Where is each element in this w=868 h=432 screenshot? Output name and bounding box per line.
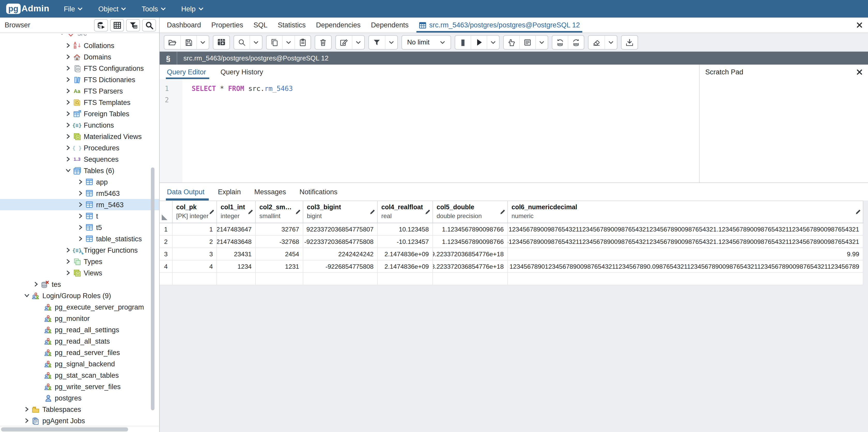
scratch-pad-close-icon[interactable] (857, 69, 862, 75)
tree-item-fts-dictionaries[interactable]: FTS Dictionaries (0, 74, 159, 85)
tree-item-fts-parsers[interactable]: AaFTS Parsers (0, 85, 159, 97)
column-header-col_pk[interactable]: col_pk[PK] integer (173, 201, 217, 223)
clear-dropdown[interactable] (605, 35, 617, 49)
tree-item-pg-write-server-files[interactable]: pg_write_server_files (0, 381, 159, 392)
tree-item-procedures[interactable]: { }Procedures (0, 142, 159, 153)
tree-item-app[interactable]: app (0, 176, 159, 188)
chevron-right-icon[interactable] (23, 418, 31, 423)
tree-item-pg-read-all-stats[interactable]: pg_read_all_stats (0, 335, 159, 347)
tree-item-tes[interactable]: tes (0, 279, 159, 290)
menu-help[interactable]: Help (181, 5, 204, 13)
row-number[interactable]: 4 (160, 260, 173, 272)
edit-pencil-icon[interactable] (369, 209, 376, 215)
cell-col4_realfloat[interactable]: 10.123458 (378, 223, 433, 235)
edit-pencil-icon[interactable] (425, 209, 431, 215)
output-tab-messages[interactable]: Messages (254, 183, 286, 200)
tab-close-icon[interactable] (857, 22, 862, 28)
edit-pencil-icon[interactable] (295, 209, 301, 215)
cell-col_pk[interactable]: 1 (173, 223, 217, 235)
tree-item-fts-configurations[interactable]: FTS Configurations (0, 63, 159, 74)
clear-button[interactable] (589, 35, 605, 49)
cell-col3_bigint[interactable]: 2242424242 (303, 248, 378, 260)
tree-item-materialized-views[interactable]: Materialized Views (0, 131, 159, 142)
tree-item-pg-monitor[interactable]: pg_monitor (0, 313, 159, 324)
output-tab-explain[interactable]: Explain (218, 183, 241, 200)
cell-col5_double[interactable] (433, 273, 508, 285)
row-number[interactable] (160, 273, 173, 285)
chevron-right-icon[interactable] (76, 236, 85, 241)
tab-properties[interactable]: Properties (206, 18, 248, 33)
column-header-col5_double[interactable]: col5_doubledouble precision (433, 201, 508, 223)
tree-item-pg-signal-backend[interactable]: pg_signal_backend (0, 358, 159, 369)
save-data-changes-button[interactable] (213, 35, 229, 49)
edit-pencil-icon[interactable] (247, 209, 254, 215)
copy-button[interactable] (267, 35, 282, 49)
paste-button[interactable] (294, 35, 311, 49)
cell-col2_smallint[interactable]: 1231 (256, 260, 303, 272)
tab-statistics[interactable]: Statistics (273, 18, 311, 33)
chevron-right-icon[interactable] (64, 145, 72, 150)
cell-col1_int[interactable]: 2147483647 (217, 223, 256, 235)
save-dropdown[interactable] (196, 35, 209, 49)
sql-code[interactable]: SELECT * FROM src.rm_5463 (182, 79, 293, 182)
tree-item-pg-execute-server-program[interactable]: pg_execute_server_program (0, 301, 159, 313)
chevron-right-icon[interactable] (76, 213, 85, 219)
row-number[interactable]: 2 (160, 236, 173, 248)
cell-col3_bigint[interactable]: -9226854775808 (303, 260, 378, 272)
copy-dropdown[interactable] (282, 35, 294, 49)
find-button[interactable] (234, 35, 250, 49)
tree-item-t5[interactable]: t5 (0, 222, 159, 233)
row-number[interactable]: 1 (160, 223, 173, 235)
tree-item-pg-read-server-files[interactable]: pg_read_server_files (0, 347, 159, 358)
chevron-right-icon[interactable] (64, 54, 72, 59)
explain-button[interactable] (504, 35, 520, 49)
column-header-col3_bigint[interactable]: col3_bigintbigint (303, 201, 378, 223)
sql-editor[interactable]: 12 SELECT * FROM src.rm_5463 (160, 79, 699, 182)
tree-item-pgagent-jobs[interactable]: pgAgent Jobs (0, 415, 159, 426)
tree-item-pg-read-all-settings[interactable]: pg_read_all_settings (0, 324, 159, 335)
chevron-right-icon[interactable] (64, 157, 72, 162)
save-file-button[interactable] (180, 35, 196, 49)
edit-pencil-icon[interactable] (855, 209, 861, 215)
output-tab-notifications[interactable]: Notifications (300, 183, 337, 200)
chevron-right-icon[interactable] (64, 122, 72, 128)
explain-dropdown[interactable] (535, 35, 548, 49)
cell-col_pk[interactable]: 2 (173, 236, 217, 248)
column-header-col2_smallint[interactable]: col2_smallintsmallint (256, 201, 303, 223)
chevron-right-icon[interactable] (64, 88, 72, 94)
tree-item-table-statistics[interactable]: table_statistics (0, 233, 159, 244)
chevron-right-icon[interactable] (76, 225, 85, 230)
select-all-corner[interactable] (160, 201, 173, 223)
cell-col_pk[interactable] (173, 273, 217, 285)
tree-item-pg-stat-scan-tables[interactable]: pg_stat_scan_tables (0, 369, 159, 381)
tree-horizontal-scrollbar[interactable] (0, 426, 159, 432)
tree-item-domains[interactable]: Domains (0, 51, 159, 63)
tree-item-views[interactable]: Views (0, 267, 159, 279)
cell-col4_realfloat[interactable]: -10.123457 (378, 236, 433, 248)
search-objects-button[interactable] (142, 19, 156, 31)
cell-col6_numericdecimal[interactable]: 1234567890098765432112345678900987654321… (508, 223, 863, 235)
cell-col5_double[interactable]: 8.223372036854776e+18 (433, 260, 508, 272)
cell-col6_numericdecimal[interactable]: 1234567890123456789009876543211234567890… (508, 260, 863, 272)
tab-dependencies[interactable]: Dependencies (311, 18, 366, 33)
filter-dropdown[interactable] (385, 35, 397, 49)
editor-tab-query-history[interactable]: Query History (221, 65, 263, 79)
chevron-right-icon[interactable] (64, 77, 72, 82)
edit-pencil-icon[interactable] (209, 209, 215, 215)
chevron-right-icon[interactable] (64, 248, 72, 253)
tree-item-trigger-functions[interactable]: {≡}Trigger Functions (0, 244, 159, 256)
cell-col_pk[interactable]: 3 (173, 248, 217, 260)
menu-tools[interactable]: Tools (142, 5, 165, 13)
cell-col3_bigint[interactable] (303, 273, 378, 285)
tree-item-functions[interactable]: {≡}Functions (0, 119, 159, 131)
tab-sql[interactable]: SQL (248, 18, 273, 33)
column-header-col1_int[interactable]: col1_intinteger (217, 201, 256, 223)
output-tab-data-output[interactable]: Data Output (167, 183, 205, 200)
column-header-col4_realfloat[interactable]: col4_realfloatreal (378, 201, 433, 223)
cell-col_pk[interactable]: 4 (173, 260, 217, 272)
menu-file[interactable]: File (64, 5, 83, 13)
edit-dropdown[interactable] (352, 35, 364, 49)
grid-view-button[interactable] (110, 19, 124, 31)
editor-tab-query-editor[interactable]: Query Editor (167, 65, 206, 79)
cell-col2_smallint[interactable]: 2454 (256, 248, 303, 260)
